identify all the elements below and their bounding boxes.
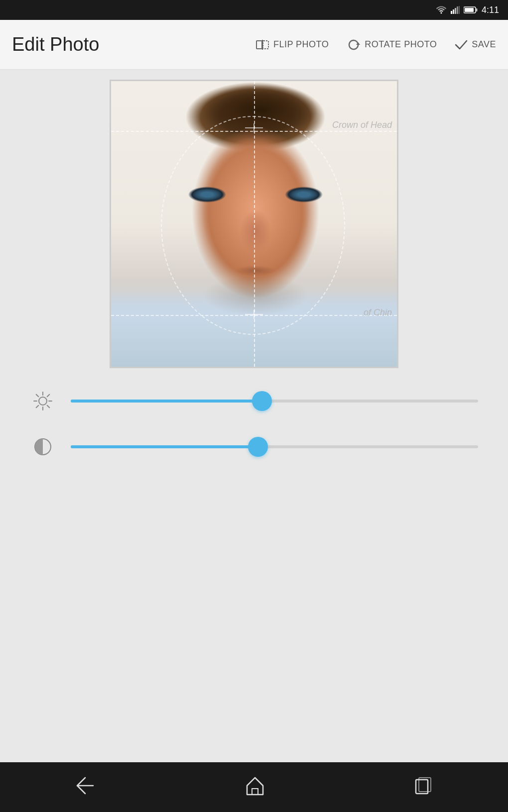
wifi-icon bbox=[436, 6, 447, 14]
svg-rect-7 bbox=[476, 8, 477, 11]
svg-line-24 bbox=[36, 406, 39, 408]
home-button[interactable] bbox=[244, 775, 266, 800]
contrast-slider-row bbox=[30, 434, 478, 460]
rotate-photo-button[interactable]: ROTATE PHOTO bbox=[347, 38, 437, 52]
svg-rect-6 bbox=[465, 8, 474, 12]
status-time: 4:11 bbox=[482, 5, 499, 15]
photo-inner: Crown of Head of Chin bbox=[111, 81, 397, 367]
svg-rect-4 bbox=[459, 6, 460, 14]
toolbar: Edit Photo FLIP PHOTO ROTATE PHOTO bbox=[0, 20, 508, 70]
signal-icon bbox=[451, 6, 460, 14]
svg-line-22 bbox=[47, 406, 50, 408]
flip-photo-label: FLIP PHOTO bbox=[273, 39, 329, 50]
recents-button[interactable] bbox=[414, 776, 434, 799]
svg-rect-8 bbox=[256, 41, 262, 49]
svg-rect-27 bbox=[252, 789, 258, 795]
brightness-thumb[interactable] bbox=[252, 391, 272, 411]
save-label: SAVE bbox=[472, 39, 496, 50]
save-button[interactable]: SAVE bbox=[455, 39, 496, 50]
flip-icon bbox=[255, 38, 269, 52]
svg-rect-1 bbox=[453, 9, 454, 14]
svg-line-23 bbox=[47, 395, 50, 397]
svg-rect-2 bbox=[455, 8, 456, 14]
main-content: Crown of Head of Chin bbox=[0, 70, 508, 762]
contrast-thumb[interactable] bbox=[248, 437, 268, 457]
svg-marker-11 bbox=[356, 42, 360, 45]
brightness-slider[interactable] bbox=[71, 400, 478, 403]
sliders-area bbox=[0, 368, 508, 480]
contrast-slider[interactable] bbox=[71, 445, 478, 448]
mouth-area bbox=[221, 260, 290, 278]
toolbar-actions: FLIP PHOTO ROTATE PHOTO SAVE bbox=[255, 38, 496, 52]
save-checkmark-icon bbox=[455, 39, 468, 50]
rotate-photo-label: ROTATE PHOTO bbox=[365, 39, 437, 50]
eye-right bbox=[281, 186, 326, 203]
contrast-icon bbox=[30, 434, 56, 460]
svg-rect-9 bbox=[263, 41, 268, 49]
svg-point-16 bbox=[39, 397, 47, 405]
status-bar: 4:11 bbox=[0, 0, 508, 20]
back-button[interactable] bbox=[74, 776, 96, 799]
svg-rect-3 bbox=[457, 6, 458, 14]
nav-bar bbox=[0, 762, 508, 812]
svg-line-21 bbox=[36, 395, 39, 397]
eye-left bbox=[185, 186, 230, 203]
flip-photo-button[interactable]: FLIP PHOTO bbox=[255, 38, 329, 52]
page-title: Edit Photo bbox=[12, 34, 255, 55]
brightness-slider-row bbox=[30, 388, 478, 414]
battery-icon bbox=[464, 6, 478, 13]
brightness-fill bbox=[71, 400, 262, 403]
brightness-icon bbox=[30, 388, 56, 414]
nose-area bbox=[231, 201, 280, 270]
photo-editor[interactable]: Crown of Head of Chin bbox=[110, 80, 398, 368]
contrast-fill bbox=[71, 445, 258, 448]
svg-rect-0 bbox=[451, 11, 452, 14]
rotate-icon bbox=[347, 38, 361, 52]
status-icons: 4:11 bbox=[436, 5, 499, 15]
